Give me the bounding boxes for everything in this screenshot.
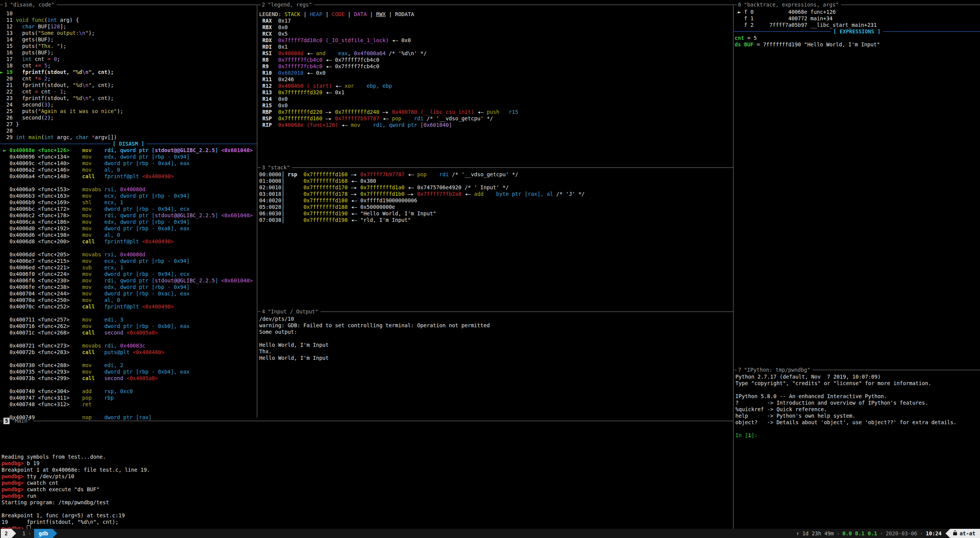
text-segment: = <box>35 89 38 95</box>
terminal-row: 0x4006d6 <func+198> mov al, 0 <box>0 232 257 238</box>
terminal-row: 0x40073b <func+299> call second <0x4005a… <box>0 375 257 382</box>
stack-listing: 00:0000│ rsp 0x7fffffffd160 —▸ 0x7ffff7b… <box>259 171 733 223</box>
text-segment: ; <box>48 62 51 69</box>
pane-number: 7 <box>737 367 742 373</box>
text-segment: push <box>487 109 499 115</box>
terminal-row: 21 fprintf(stdout, "%d\n", cnt); <box>0 82 257 89</box>
text-segment: 128 <box>51 23 60 30</box>
pane-input-output[interactable]: 4"Input / Output" /dev/pts/10warning: GD… <box>258 308 733 418</box>
text-segment: mov <box>82 297 104 303</box>
text-segment: 28 <box>0 128 13 134</box>
text-segment: 0x4006bc <func+172> <box>0 206 82 212</box>
text-segment: R15 <box>259 102 278 108</box>
pane-number: 3 <box>261 164 266 171</box>
pane-stack[interactable]: 3"stack" 00:0000│ rsp 0x7fffffffd160 —▸ … <box>258 164 733 308</box>
text-segment: RBP <box>259 109 278 115</box>
terminal-row: R9 0x7ffff7fcb4c0 ◂— 0x7ffff7fcb4c0 <box>259 63 733 70</box>
terminal-row <box>0 356 257 362</box>
text-segment <box>354 83 367 89</box>
pane-backtrace-expressions[interactable]: 6"backtrace, expressions, args" ► f 0 40… <box>734 0 980 367</box>
text-segment: movabs <box>82 251 104 258</box>
text-segment: <0x400490> <box>142 173 174 179</box>
terminal-row: 22 cnt = cnt - 1; <box>0 89 257 95</box>
text-segment: ◂— <box>332 83 345 89</box>
text-segment: —▸ <box>348 184 360 190</box>
terminal-row: object? -> Details about 'object', use '… <box>735 419 980 426</box>
text-segment: help -> Python's own help system. <box>735 413 855 419</box>
text-segment: RODATA <box>395 11 414 17</box>
text-segment: mov <box>82 362 104 368</box>
terminal-row: pwndbg> b 19 <box>2 460 733 467</box>
terminal-row: RSP 0x7fffffffd160 —▸ 0x7ffff7b97787 ◂— … <box>259 115 733 122</box>
terminal-row: RBP 0x7fffffffd220 —▸ 0x7fffffffd240 —▸ … <box>259 109 733 115</box>
text-segment: second <box>104 330 123 336</box>
text-segment: dword ptr [rbp - 0x94], ecx <box>104 206 190 212</box>
text-segment: R10 <box>259 70 278 76</box>
text-segment: += <box>35 62 41 69</box>
tmux-session-segment[interactable]: 2 <box>1 529 12 538</box>
terminal-row: pwndbg> run <box>2 493 733 499</box>
text-segment: | <box>386 11 395 17</box>
window-tab-gdb[interactable]: gdb <box>34 529 53 538</box>
text-segment: mov <box>82 271 104 277</box>
text-segment: | <box>367 11 376 17</box>
pane-main-gdb-console[interactable]: 5"Main" Reading symbols from test...done… <box>0 418 733 529</box>
terminal-row: 0x4006dd <func+205> movabs rsi, 0x40080d <box>0 251 257 258</box>
text-segment: 0x7fffffffd168 <box>303 178 347 184</box>
text-segment: <0x400490> <box>142 303 174 310</box>
text-segment: 03:0018│ <box>259 191 303 197</box>
text-segment: ◂— 0xffffd19000000006 <box>348 197 417 203</box>
text-segment: object? -> Details about 'object', use '… <box>735 419 957 425</box>
text-segment: " <box>89 82 92 88</box>
terminal-row: 16 puts(BUF); <box>0 49 257 56</box>
text-segment: R8 <box>259 57 278 63</box>
text-segment: 0x4006f6 <func+230> <box>0 277 82 284</box>
pane-legend-regs[interactable]: 2"legend, regs" LEGEND: STACK | HEAP | C… <box>258 0 733 164</box>
terminal-row <box>0 310 257 317</box>
terminal-row: f 1 400772 main+34 <box>735 15 980 22</box>
text-segment: 12 <box>0 23 22 30</box>
text-segment: 18 cnt <box>0 62 35 69</box>
text-segment: 0x7fffffffd1b0 <box>360 191 404 197</box>
expressions-section-divider: [ EXPRESSIONS ] <box>734 28 980 35</box>
text-segment: 0x7ffff7dd18c0 (_IO_stdfile_1_lock) <box>278 37 388 43</box>
text-segment: 07:0038│ <box>259 217 303 223</box>
text-segment: 0x7ffff7ffb2a8 <box>417 191 461 197</box>
text-segment: 0x40080d <box>120 251 145 258</box>
pane-ipython[interactable]: 7"IPython: tmp/pwndbg" Python 2.7.17 (de… <box>734 367 980 529</box>
divider-line <box>883 31 980 32</box>
status-clock: 10:24 <box>926 530 942 537</box>
window-index[interactable]: 1 <box>22 530 25 537</box>
text-segment: 0x40083c <box>120 343 145 349</box>
terminal-row: 04:0020│ 0x7fffffffd180 ◂— 0xffffd190000… <box>259 197 733 204</box>
text-segment: 06:0030│ <box>259 210 303 217</box>
text-segment: Breakpoint 1, func (arg=5) at test.c:19 <box>2 512 125 518</box>
text-segment: 5 <box>44 62 47 69</box>
ipython-console: Python 2.7.17 (default, Nov 7 2019, 10:0… <box>735 374 980 439</box>
terminal-row: R11 0x246 <box>259 76 733 83</box>
terminal-row <box>0 336 257 343</box>
text-segment: <0x400480> <box>133 349 164 355</box>
program-output: /dev/pts/10warning: GDB: Failed to set c… <box>259 316 733 361</box>
terminal-row: 15 puts("Thx. "); <box>0 43 257 49</box>
text-segment: \n <box>79 30 85 36</box>
expressions-section-label: [ EXPRESSIONS ] <box>831 28 883 35</box>
pane-title-ipython: 7"IPython: tmp/pwndbg" <box>734 367 980 373</box>
text-segment: mov <box>82 317 104 323</box>
terminal-row: 27 } <box>0 121 257 128</box>
terminal-row: 0x4006a9 <func+153> movabs rsi, 0x40080d <box>0 186 257 193</box>
text-segment: ] <box>215 147 218 153</box>
text-segment: 13 puts( <box>0 30 38 36</box>
text-segment: 0x7fffffffd170 <box>303 184 347 190</box>
text-segment: —▸ <box>404 191 417 197</box>
text-segment: 0x40068e (func+126) <box>278 122 338 128</box>
status-date: 2020-03-06 <box>886 530 917 537</box>
text-segment: ecx, dword ptr [rbp - 0x94] <box>104 258 190 264</box>
pane-disasm-code[interactable]: 1"disasm, code" 10 11 void func(int arg)… <box>0 0 257 418</box>
text-segment: fprintf@plt <box>104 238 142 244</box>
terminal-row: 10 <box>0 10 257 17</box>
terminal-row: Reading symbols from test...done. <box>2 454 733 460</box>
padlock-icon <box>953 532 957 535</box>
text-segment: 15 puts( <box>0 43 38 49</box>
text-segment: pwndbg> <box>2 480 27 486</box>
